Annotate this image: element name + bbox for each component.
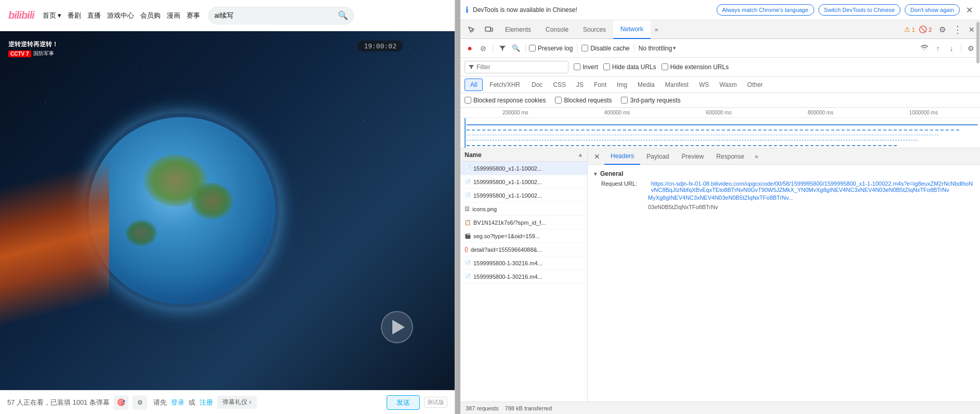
upload-btn[interactable]: ↑ — [932, 42, 944, 55]
type-other[interactable]: Other — [743, 79, 767, 91]
type-manifest[interactable]: Manifest — [660, 79, 693, 91]
name-item-1[interactable]: 📄 1599995800_x1-1-10002... — [460, 162, 587, 175]
wifi-icon[interactable] — [918, 42, 931, 55]
device-icon[interactable] — [480, 20, 498, 38]
detail-close-btn[interactable]: ✕ — [590, 148, 604, 164]
tab-console[interactable]: Console — [538, 20, 576, 39]
notification-close[interactable]: ✕ — [964, 5, 975, 15]
search-button[interactable]: 🔍 — [338, 10, 348, 20]
type-all[interactable]: All — [465, 79, 483, 91]
detail-tab-headers[interactable]: Headers — [604, 148, 640, 165]
invert-checkbox[interactable]: Invert — [574, 63, 598, 71]
request-url-row: Request URL: https://cn-sdjn-fx-01-08.bi… — [593, 179, 975, 194]
type-wasm[interactable]: Wasm — [715, 79, 742, 91]
register-link[interactable]: 注册 — [200, 398, 213, 407]
icon-btn-2[interactable]: ⚙ — [133, 395, 147, 410]
nav-sport[interactable]: 赛事 — [187, 11, 200, 20]
type-doc[interactable]: Doc — [527, 79, 547, 91]
nav-live[interactable]: 直播 — [87, 11, 101, 20]
type-fetch-xhr[interactable]: Fetch/XHR — [484, 79, 526, 91]
clear-btn[interactable]: ⊘ — [477, 42, 489, 55]
name-item-3[interactable]: 📄 1599995800_x1-1-10002... — [460, 189, 587, 202]
search-btn[interactable]: 🔍 — [510, 42, 522, 55]
tab-more[interactable]: » — [651, 20, 663, 39]
login-link[interactable]: 登录 — [171, 398, 184, 407]
request-url-key: Request URL: — [601, 180, 648, 193]
record-btn[interactable]: ● — [463, 42, 476, 55]
type-js[interactable]: JS — [572, 79, 588, 91]
request-count: 387 requests — [466, 405, 499, 411]
switch-chinese-btn[interactable]: Switch DevTools to Chinese — [818, 4, 900, 16]
err-count: 2 — [929, 27, 932, 33]
bili-search-bar[interactable]: 🔍 — [208, 7, 354, 24]
detail-tab-more[interactable]: » — [750, 148, 762, 165]
devtools-more-btn[interactable]: ⋮ — [950, 20, 965, 38]
resize-divider[interactable] — [455, 0, 460, 414]
name-item-5[interactable]: 📋 BV1N1421k7s6/?spm_id_f... — [460, 216, 587, 229]
request-url-value[interactable]: https://cn-sdjn-fx-01-08.bilivideo.com/u… — [651, 180, 975, 193]
filter-toggle-btn[interactable] — [496, 42, 509, 55]
filter-input[interactable] — [476, 63, 565, 71]
type-media[interactable]: Media — [633, 79, 659, 91]
dont-show-btn[interactable]: Don't show again — [905, 4, 960, 16]
type-css[interactable]: CSS — [548, 79, 571, 91]
svg-rect-0 — [485, 27, 491, 31]
toolbar-settings-btn[interactable]: ⚙ — [964, 42, 977, 55]
general-section-header[interactable]: ▼ General — [593, 168, 975, 179]
danmu-etiquette-btn[interactable]: 弹幕礼仪 › — [217, 396, 256, 409]
file-icon-6: 🎬 — [465, 233, 471, 239]
notif-text: DevTools is now available in Chinese! — [473, 6, 712, 14]
send-button[interactable]: 发送 — [387, 395, 420, 410]
name-item-9[interactable]: 📄 1599995800-1-30216.m4... — [460, 270, 587, 283]
type-img[interactable]: Img — [612, 79, 632, 91]
name-item-6[interactable]: 🎬 seg.so?type=1&oid=159... — [460, 229, 587, 243]
name-item-7[interactable]: {} detail?aid=15559664088&... — [460, 243, 587, 256]
type-ws[interactable]: WS — [694, 79, 713, 91]
third-party-checkbox[interactable]: 3rd-party requests — [621, 97, 680, 104]
name-item-8[interactable]: 📄 1599995800-1-30216.m4... — [460, 256, 587, 270]
test-badge: 测试版 — [424, 397, 447, 408]
file-icon-9: 📄 — [465, 274, 471, 279]
throttle-arrow[interactable]: ▾ — [673, 45, 676, 51]
nav-manga[interactable]: 漫画 — [167, 11, 180, 20]
nav-anime[interactable]: 番剧 — [68, 11, 81, 20]
throttle-label: No throttling — [639, 45, 672, 52]
notif-icon: ℹ — [466, 5, 469, 15]
timeline-mark-1000: 1000000 ms — [909, 110, 938, 115]
name-item-2[interactable]: 📄 1599995800_x1-1-10002... — [460, 175, 587, 189]
hide-data-urls-checkbox[interactable]: Hide data URLs — [603, 63, 656, 71]
filter-input-wrap[interactable] — [465, 61, 568, 73]
column-scroll-up[interactable]: ▲ — [578, 152, 583, 158]
preserve-log-checkbox[interactable]: Preserve log — [529, 45, 573, 52]
nav-vip[interactable]: 会员购 — [140, 11, 161, 20]
devtools-settings-btn[interactable]: ⚙ — [935, 20, 950, 38]
download-btn[interactable]: ↓ — [945, 42, 958, 55]
always-match-btn[interactable]: Always match Chrome's language — [717, 4, 814, 16]
file-icon-5: 📋 — [465, 219, 471, 225]
blocked-cookies-checkbox[interactable]: Blocked response cookies — [465, 97, 546, 104]
hide-ext-urls-checkbox[interactable]: Hide extension URLs — [661, 63, 729, 71]
tab-sources[interactable]: Sources — [576, 20, 613, 39]
file-icon-8: 📄 — [465, 260, 471, 266]
blocked-requests-checkbox[interactable]: Blocked requests — [555, 97, 612, 104]
video-timer: 19:00:02 — [357, 41, 403, 51]
file-name-9: 1599995800-1-30216.m4... — [473, 274, 542, 280]
disable-cache-checkbox[interactable]: Disable cache — [581, 45, 629, 52]
browser-content: bilibili 首页 ▾ 番剧 直播 游戏中心 会员购 漫画 赛事 🔍 — [0, 0, 455, 414]
nav-game[interactable]: 游戏中心 — [107, 11, 134, 20]
tab-elements[interactable]: Elements — [498, 20, 538, 39]
type-font[interactable]: Font — [589, 79, 611, 91]
cs-text: 03eN0B5tZIqNxTFo8BTrNv — [648, 204, 718, 210]
icon-btn-1[interactable]: 🎯 — [114, 395, 128, 410]
detail-tab-response[interactable]: Response — [710, 148, 750, 165]
inspect-icon[interactable] — [462, 20, 480, 38]
devtools-notification: ℹ DevTools is now available in Chinese! … — [460, 0, 980, 20]
search-input[interactable] — [214, 11, 335, 19]
detail-tab-preview[interactable]: Preview — [676, 148, 710, 165]
video-play-button[interactable] — [381, 311, 413, 343]
nav-home[interactable]: 首页 ▾ — [43, 11, 62, 20]
detail-tab-payload[interactable]: Payload — [640, 148, 675, 165]
tab-network[interactable]: Network — [613, 20, 651, 39]
video-area: 逆转逆转再逆转！ CCTV 7 国防军事 19:00:02 — [0, 31, 455, 390]
name-item-4[interactable]: 🖼 icons.png — [460, 202, 587, 216]
